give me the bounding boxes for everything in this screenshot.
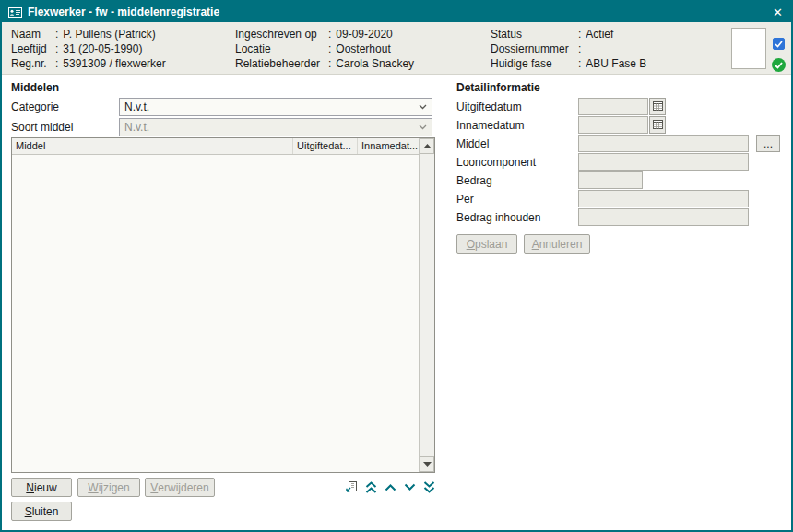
middelen-section-title: Middelen <box>11 81 59 94</box>
detail-section-title: Detailinformatie <box>456 81 540 94</box>
categorie-selected-value: N.v.t. <box>124 100 415 113</box>
field-colon: : <box>328 27 331 41</box>
move-down-icon[interactable] <box>403 479 416 494</box>
flexwerker-card-icon <box>8 7 22 18</box>
table-main: Middel Uitgiftedat... Innamedat... <box>12 138 419 472</box>
move-up-icon[interactable] <box>384 479 396 494</box>
calendar-icon <box>653 100 663 112</box>
uitgiftedatum-calendar-button[interactable] <box>649 98 666 115</box>
field-label: Naam <box>11 27 55 41</box>
field-value: 09-09-2020 <box>336 27 392 41</box>
middel-label: Middel <box>456 135 489 153</box>
bedrag-inhouden-label: Bedrag inhouden <box>456 208 540 227</box>
verwijderen-button[interactable]: Verwijderen <box>145 478 215 497</box>
move-top-icon[interactable] <box>364 479 377 494</box>
categorie-select[interactable]: N.v.t. <box>119 98 432 116</box>
per-input[interactable] <box>578 190 749 207</box>
middel-browse-button[interactable]: ... <box>756 135 780 152</box>
header-field-leeftijd: Leeftijd:31 (20-05-1990) <box>11 41 166 56</box>
calendar-icon <box>653 119 663 131</box>
header-field-locatie: Locatie:Oosterhout <box>235 41 414 56</box>
header-field-relatiebeheerder: Relatiebeheerder:Carola Snackey <box>235 56 414 71</box>
nieuw-button[interactable]: Nieuw <box>11 478 72 497</box>
header-field-regnr: Reg.nr.:5391309 / flexwerker <box>11 56 166 71</box>
flexwerker-window: Flexwerker - fw - middelenregistratie ✕ … <box>0 0 793 532</box>
window-title: Flexwerker - fw - middelenregistratie <box>28 6 765 18</box>
status-ok-icon <box>772 58 786 72</box>
header-field-naam: Naam:P. Pullens (Patrick) <box>11 27 166 41</box>
vertical-scrollbar[interactable] <box>419 138 434 472</box>
field-label: Leeftijd <box>11 41 55 56</box>
innamedatum-input[interactable] <box>578 116 648 134</box>
column-header-uitgiftedatum[interactable]: Uitgiftedat... <box>293 138 358 154</box>
header-field-huidige-fase: Huidige fase:ABU Fase B <box>491 56 646 71</box>
innamedatum-calendar-button[interactable] <box>649 116 666 134</box>
photo-placeholder <box>731 28 766 69</box>
per-label: Per <box>456 190 474 208</box>
bedrag-label: Bedrag <box>456 171 492 190</box>
reorder-icon-row <box>345 479 435 494</box>
field-label: Status <box>491 27 578 41</box>
header-column-3: Status:Actief Dossiernummer: Huidige fas… <box>491 27 646 71</box>
field-label: Huidige fase <box>491 56 578 71</box>
header-field-dossiernummer: Dossiernummer: <box>491 41 646 56</box>
soort-middel-select[interactable]: N.v.t. <box>119 118 432 136</box>
header-column-2: Ingeschreven op:09-09-2020 Locatie:Ooste… <box>235 27 414 71</box>
header-column-1: Naam:P. Pullens (Patrick) Leeftijd:31 (2… <box>11 27 166 71</box>
field-colon: : <box>328 56 331 71</box>
field-value: Carola Snackey <box>336 56 414 71</box>
bedrag-inhouden-input[interactable] <box>578 208 749 226</box>
chevron-down-icon <box>419 124 427 130</box>
move-bottom-icon[interactable] <box>422 479 435 494</box>
categorie-label: Categorie <box>11 98 59 116</box>
field-label: Locatie <box>235 41 328 56</box>
field-colon: : <box>55 56 58 71</box>
scroll-up-button[interactable] <box>420 138 434 154</box>
sluiten-button[interactable]: Sluiten <box>11 502 72 521</box>
field-value: Oosterhout <box>336 41 390 56</box>
field-value: 5391309 / flexwerker <box>63 56 165 71</box>
field-colon: : <box>55 27 58 41</box>
column-header-middel[interactable]: Middel <box>12 138 293 154</box>
uitgiftedatum-label: Uitgiftedatum <box>456 98 522 116</box>
table-header: Middel Uitgiftedat... Innamedat... <box>12 138 419 155</box>
field-colon: : <box>328 41 331 56</box>
field-colon: : <box>578 27 581 41</box>
innamedatum-label: Innamedatum <box>456 116 524 135</box>
field-colon: : <box>55 41 58 56</box>
column-header-innamedatum[interactable]: Innamedat... <box>358 138 419 154</box>
middelen-table: Middel Uitgiftedat... Innamedat... <box>11 137 435 473</box>
scroll-down-button[interactable] <box>420 456 434 472</box>
opslaan-button[interactable]: Opslaan <box>456 234 517 254</box>
copy-list-icon[interactable] <box>345 479 358 494</box>
table-body[interactable] <box>12 155 419 472</box>
header-field-ingeschreven: Ingeschreven op:09-09-2020 <box>235 27 414 41</box>
field-label: Reg.nr. <box>11 56 55 71</box>
uitgiftedatum-input[interactable] <box>578 98 648 115</box>
looncomponent-input[interactable] <box>578 153 749 171</box>
field-label: Dossiernummer <box>491 41 578 56</box>
titlebar[interactable]: Flexwerker - fw - middelenregistratie ✕ <box>2 2 791 22</box>
field-colon: : <box>578 41 581 56</box>
field-value: ABU Fase B <box>586 56 646 71</box>
field-value: 31 (20-05-1990) <box>63 41 142 56</box>
wijzigen-button[interactable]: Wijzigen <box>77 478 140 497</box>
annuleren-button[interactable]: Annuleren <box>524 234 590 254</box>
soort-middel-selected-value: N.v.t. <box>124 121 415 134</box>
field-value: Actief <box>586 27 613 41</box>
close-icon[interactable]: ✕ <box>771 6 785 18</box>
field-colon: : <box>578 56 581 71</box>
bedrag-input[interactable] <box>578 171 643 189</box>
checkbox-checked-icon[interactable] <box>773 38 785 50</box>
soort-middel-label: Soort middel <box>11 118 73 136</box>
middel-input[interactable] <box>578 135 749 152</box>
field-label: Ingeschreven op <box>235 27 328 41</box>
field-label: Relatiebeheerder <box>235 56 328 71</box>
field-value: P. Pullens (Patrick) <box>63 27 155 41</box>
looncomponent-label: Looncomponent <box>456 153 536 171</box>
person-info-header: Naam:P. Pullens (Patrick) Leeftijd:31 (2… <box>2 22 791 75</box>
chevron-down-icon <box>419 104 427 110</box>
header-field-status: Status:Actief <box>491 27 646 41</box>
